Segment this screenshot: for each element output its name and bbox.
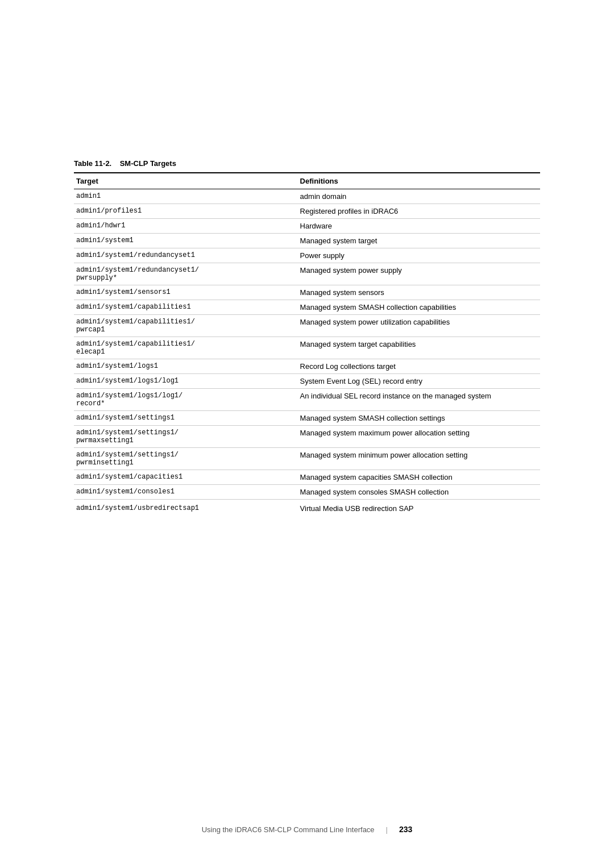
table-cell-definition: Managed system target capabilities	[298, 337, 540, 359]
table-cell-target: admin1	[74, 189, 298, 204]
table-row: admin1/system1/capabilities1/pwrcap1Mana…	[74, 315, 540, 337]
table-row: admin1/system1/logs1Record Log collectio…	[74, 359, 540, 374]
page-number: 233	[399, 825, 412, 834]
col-header-target: Target	[74, 173, 298, 189]
table-row: admin1/system1/capabilities1Managed syst…	[74, 300, 540, 315]
table-extra-cell-definition: Virtual Media USB redirection SAP	[298, 500, 540, 516]
table-extra-row: admin1/system1/usbredirectsap1Virtual Me…	[74, 500, 540, 516]
table-row: admin1admin domain	[74, 189, 540, 204]
smclp-targets-table: Target Definitions admin1admin domainadm…	[74, 172, 540, 515]
table-cell-target: admin1/hdwr1	[74, 219, 298, 234]
table-cell-definition: Managed system power utilization capabil…	[298, 315, 540, 337]
table-cell-definition: Registered profiles in iDRAC6	[298, 204, 540, 219]
table-cell-target: admin1/system1	[74, 234, 298, 248]
table-cell-definition: admin domain	[298, 189, 540, 204]
table-cell-definition: Managed system sensors	[298, 285, 540, 300]
footer-separator: |	[386, 825, 388, 834]
table-cell-target: admin1/system1/capacities1	[74, 470, 298, 485]
table-cell-definition: Managed system SMASH collection capabili…	[298, 300, 540, 315]
table-cell-definition: System Event Log (SEL) record entry	[298, 374, 540, 389]
table-extra-cell-target: admin1/system1/usbredirectsap1	[74, 500, 298, 516]
table-cell-definition: Managed system maximum power allocation …	[298, 426, 540, 448]
footer-text: Using the iDRAC6 SM-CLP Command Line Int…	[202, 825, 375, 834]
table-title: Table 11-2. SM-CLP Targets	[74, 159, 540, 168]
table-number: Table 11-2.	[74, 159, 111, 168]
table-cell-definition: Record Log collections target	[298, 359, 540, 374]
table-cell-target: admin1/system1/settings1/pwrmaxsetting1	[74, 426, 298, 448]
col-header-definitions: Definitions	[298, 173, 540, 189]
table-cell-definition: Managed system capacities SMASH collecti…	[298, 470, 540, 485]
table-row: admin1/system1/settings1/pwrmaxsetting1M…	[74, 426, 540, 448]
table-row: admin1/system1Managed system target	[74, 234, 540, 248]
table-row: admin1/system1/capabilities1/elecap1Mana…	[74, 337, 540, 359]
table-row: admin1/system1/logs1/log1System Event Lo…	[74, 374, 540, 389]
table-row: admin1/system1/logs1/log1/record*An indi…	[74, 389, 540, 411]
table-name: SM-CLP Targets	[120, 159, 176, 168]
table-row: admin1/hdwr1Hardware	[74, 219, 540, 234]
table-cell-target: admin1/system1/logs1/log1	[74, 374, 298, 389]
table-row: admin1/system1/redundancyset1Power suppl…	[74, 248, 540, 263]
table-cell-definition: Managed system SMASH collection settings	[298, 411, 540, 426]
table-cell-target: admin1/profiles1	[74, 204, 298, 219]
table-row: admin1/system1/consoles1Managed system c…	[74, 485, 540, 500]
table-cell-definition: An individual SEL record instance on the…	[298, 389, 540, 411]
table-cell-definition: Managed system consoles SMASH collection	[298, 485, 540, 500]
table-cell-target: admin1/system1/capabilities1/pwrcap1	[74, 315, 298, 337]
table-cell-target: admin1/system1/sensors1	[74, 285, 298, 300]
table-cell-definition: Managed system target	[298, 234, 540, 248]
table-row: admin1/system1/settings1Managed system S…	[74, 411, 540, 426]
table-row: admin1/profiles1Registered profiles in i…	[74, 204, 540, 219]
table-cell-target: admin1/system1/redundancyset1/pwrsupply*	[74, 263, 298, 285]
table-row: admin1/system1/redundancyset1/pwrsupply*…	[74, 263, 540, 285]
table-cell-target: admin1/system1/settings1/pwrminsetting1	[74, 448, 298, 470]
table-cell-target: admin1/system1/logs1/log1/record*	[74, 389, 298, 411]
page: Table 11-2. SM-CLP Targets Target Defini…	[0, 0, 614, 868]
table-cell-definition: Managed system power supply	[298, 263, 540, 285]
table-row: admin1/system1/capacities1Managed system…	[74, 470, 540, 485]
table-cell-target: admin1/system1/consoles1	[74, 485, 298, 500]
table-cell-target: admin1/system1/capabilities1	[74, 300, 298, 315]
table-cell-target: admin1/system1/settings1	[74, 411, 298, 426]
table-row: admin1/system1/settings1/pwrminsetting1M…	[74, 448, 540, 470]
table-row: admin1/system1/sensors1Managed system se…	[74, 285, 540, 300]
table-cell-definition: Managed system minimum power allocation …	[298, 448, 540, 470]
table-cell-target: admin1/system1/redundancyset1	[74, 248, 298, 263]
content-area: Table 11-2. SM-CLP Targets Target Defini…	[0, 0, 614, 572]
table-cell-target: admin1/system1/capabilities1/elecap1	[74, 337, 298, 359]
table-cell-definition: Power supply	[298, 248, 540, 263]
table-cell-definition: Hardware	[298, 219, 540, 234]
table-cell-target: admin1/system1/logs1	[74, 359, 298, 374]
page-footer: Using the iDRAC6 SM-CLP Command Line Int…	[0, 825, 614, 834]
table-header-row: Target Definitions	[74, 173, 540, 189]
